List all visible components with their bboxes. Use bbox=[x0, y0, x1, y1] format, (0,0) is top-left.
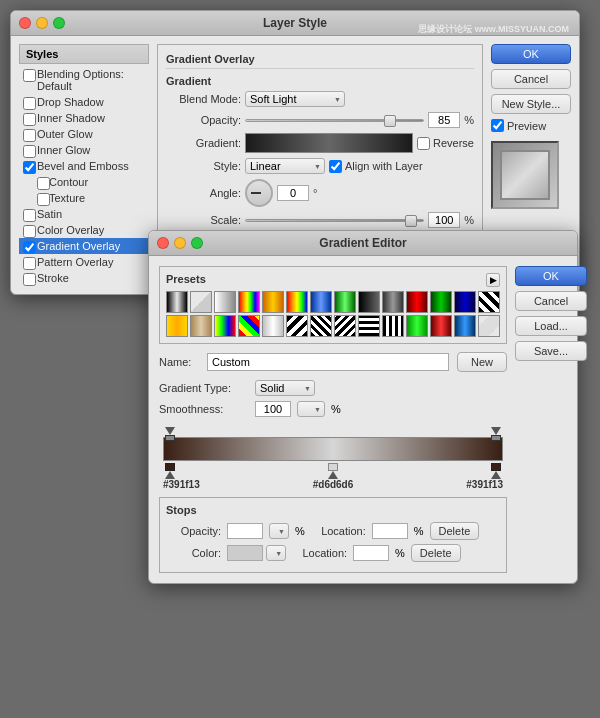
preset-20[interactable] bbox=[286, 315, 308, 337]
opacity-stop-input[interactable] bbox=[227, 523, 263, 539]
opacity-stop-right[interactable] bbox=[491, 427, 501, 441]
preset-9[interactable] bbox=[358, 291, 380, 313]
opacity-input[interactable] bbox=[428, 112, 460, 128]
style-item-satin[interactable]: Satin bbox=[19, 206, 149, 222]
drop-shadow-checkbox[interactable] bbox=[23, 97, 36, 110]
inner-shadow-checkbox[interactable] bbox=[23, 113, 36, 126]
style-item-bevel-emboss[interactable]: Bevel and Emboss bbox=[19, 158, 149, 174]
texture-checkbox[interactable] bbox=[37, 193, 50, 206]
blend-mode-select[interactable]: Soft Light bbox=[245, 91, 345, 107]
style-item-stroke[interactable]: Stroke bbox=[19, 270, 149, 286]
ok-button[interactable]: OK bbox=[491, 44, 571, 64]
preset-2[interactable] bbox=[190, 291, 212, 313]
ge-load-button[interactable]: Load... bbox=[515, 316, 587, 336]
align-layer-checkbox[interactable] bbox=[329, 160, 342, 173]
inner-glow-checkbox[interactable] bbox=[23, 145, 36, 158]
satin-checkbox[interactable] bbox=[23, 209, 36, 222]
preset-22[interactable] bbox=[334, 315, 356, 337]
preset-16[interactable] bbox=[190, 315, 212, 337]
close-button[interactable] bbox=[19, 17, 31, 29]
minimize-button[interactable] bbox=[36, 17, 48, 29]
preset-27[interactable] bbox=[454, 315, 476, 337]
color-stop-value-input[interactable] bbox=[227, 545, 263, 561]
style-item-contour[interactable]: Contour bbox=[19, 174, 149, 190]
preset-4[interactable] bbox=[238, 291, 260, 313]
reverse-checkbox[interactable] bbox=[417, 137, 430, 150]
style-item-inner-shadow[interactable]: Inner Shadow bbox=[19, 110, 149, 126]
ge-minimize-button[interactable] bbox=[174, 237, 186, 249]
preset-17[interactable] bbox=[214, 315, 236, 337]
preset-11[interactable] bbox=[406, 291, 428, 313]
scale-slider-thumb[interactable] bbox=[405, 215, 417, 227]
ge-maximize-button[interactable] bbox=[191, 237, 203, 249]
style-item-inner-glow[interactable]: Inner Glow bbox=[19, 142, 149, 158]
preview-checkbox[interactable] bbox=[491, 119, 504, 132]
color-stop-left[interactable] bbox=[165, 463, 175, 479]
blending-checkbox[interactable] bbox=[23, 69, 36, 82]
cancel-button[interactable]: Cancel bbox=[491, 69, 571, 89]
gradient-overlay-checkbox[interactable] bbox=[23, 241, 36, 254]
preset-8[interactable] bbox=[334, 291, 356, 313]
gradient-bar[interactable] bbox=[163, 437, 503, 461]
new-gradient-button[interactable]: New bbox=[457, 352, 507, 372]
color-delete-button[interactable]: Delete bbox=[411, 544, 461, 562]
preset-3[interactable] bbox=[214, 291, 236, 313]
preset-5[interactable] bbox=[262, 291, 284, 313]
ge-cancel-button[interactable]: Cancel bbox=[515, 291, 587, 311]
opacity-slider-thumb[interactable] bbox=[384, 115, 396, 127]
preset-13[interactable] bbox=[454, 291, 476, 313]
preset-14[interactable] bbox=[478, 291, 500, 313]
style-item-outer-glow[interactable]: Outer Glow bbox=[19, 126, 149, 142]
color-stop-location[interactable] bbox=[353, 545, 389, 561]
preset-10[interactable] bbox=[382, 291, 404, 313]
preset-28[interactable] bbox=[478, 315, 500, 337]
stroke-checkbox[interactable] bbox=[23, 273, 36, 286]
scale-slider[interactable] bbox=[245, 219, 424, 222]
preset-24[interactable] bbox=[382, 315, 404, 337]
angle-dial[interactable] bbox=[245, 179, 273, 207]
smoothness-input[interactable] bbox=[255, 401, 291, 417]
preset-6[interactable] bbox=[286, 291, 308, 313]
presets-arrow-button[interactable]: ▶ bbox=[486, 273, 500, 287]
ge-ok-button[interactable]: OK bbox=[515, 266, 587, 286]
style-item-gradient-overlay[interactable]: Gradient Overlay bbox=[19, 238, 149, 254]
opacity-delete-button[interactable]: Delete bbox=[430, 522, 480, 540]
gradient-type-select[interactable]: Solid bbox=[255, 380, 315, 396]
opacity-stop-left[interactable] bbox=[165, 427, 175, 441]
color-stop-select[interactable] bbox=[266, 545, 286, 561]
style-item-blending[interactable]: Blending Options: Default bbox=[19, 66, 149, 94]
angle-input[interactable] bbox=[277, 185, 309, 201]
contour-checkbox[interactable] bbox=[37, 177, 50, 190]
preset-7[interactable] bbox=[310, 291, 332, 313]
style-select[interactable]: Linear bbox=[245, 158, 325, 174]
opacity-slider[interactable] bbox=[245, 119, 424, 122]
gradient-preview[interactable] bbox=[245, 133, 413, 153]
preset-21[interactable] bbox=[310, 315, 332, 337]
style-item-pattern-overlay[interactable]: Pattern Overlay bbox=[19, 254, 149, 270]
preset-1[interactable] bbox=[166, 291, 188, 313]
pattern-overlay-checkbox[interactable] bbox=[23, 257, 36, 270]
preset-15[interactable] bbox=[166, 315, 188, 337]
smoothness-select[interactable] bbox=[297, 401, 325, 417]
style-item-drop-shadow[interactable]: Drop Shadow bbox=[19, 94, 149, 110]
name-input[interactable] bbox=[207, 353, 449, 371]
ge-save-button[interactable]: Save... bbox=[515, 341, 587, 361]
color-stop-center[interactable] bbox=[328, 463, 338, 479]
preset-23[interactable] bbox=[358, 315, 380, 337]
opacity-stop-location[interactable] bbox=[372, 523, 408, 539]
color-stop-right[interactable] bbox=[491, 463, 501, 479]
style-item-color-overlay[interactable]: Color Overlay bbox=[19, 222, 149, 238]
scale-input[interactable] bbox=[428, 212, 460, 228]
preset-25[interactable] bbox=[406, 315, 428, 337]
opacity-stop-select[interactable] bbox=[269, 523, 289, 539]
ge-close-button[interactable] bbox=[157, 237, 169, 249]
new-style-button[interactable]: New Style... bbox=[491, 94, 571, 114]
preset-19[interactable] bbox=[262, 315, 284, 337]
maximize-button[interactable] bbox=[53, 17, 65, 29]
preset-18[interactable] bbox=[238, 315, 260, 337]
outer-glow-checkbox[interactable] bbox=[23, 129, 36, 142]
preset-12[interactable] bbox=[430, 291, 452, 313]
bevel-emboss-checkbox[interactable] bbox=[23, 161, 36, 174]
color-overlay-checkbox[interactable] bbox=[23, 225, 36, 238]
preset-26[interactable] bbox=[430, 315, 452, 337]
